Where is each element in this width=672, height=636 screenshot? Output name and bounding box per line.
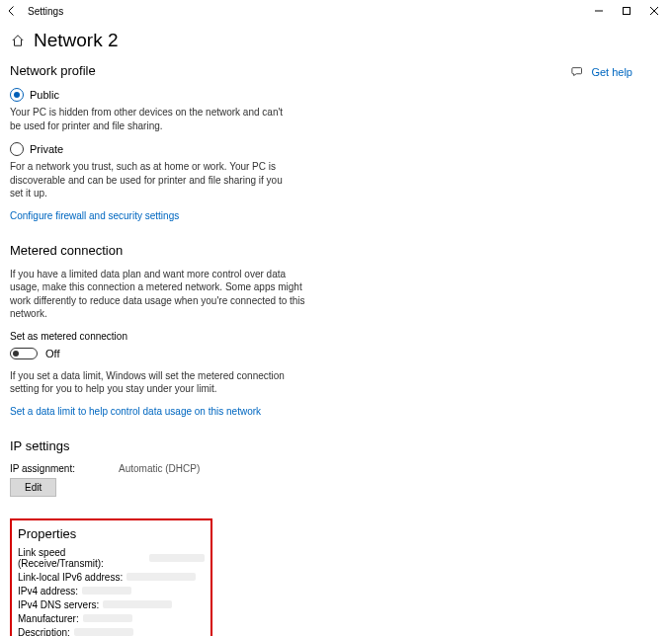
properties-heading: Properties (18, 526, 205, 541)
svg-rect-1 (624, 8, 630, 15)
metered-toggle[interactable] (10, 348, 38, 359)
help-label: Get help (591, 66, 632, 78)
maximize-button[interactable] (613, 1, 640, 21)
metered-description: If you have a limited data plan and want… (10, 268, 306, 321)
radio-label: Public (30, 89, 59, 101)
property-row: IPv4 address: (18, 586, 205, 596)
home-icon[interactable] (10, 33, 26, 48)
property-row: Link speed (Receive/Transmit): (18, 547, 205, 569)
property-row: Description: (18, 627, 205, 637)
section-heading: Metered connection (10, 243, 395, 258)
toggle-state: Off (45, 348, 59, 359)
radio-icon (10, 88, 24, 102)
property-row: Link-local IPv6 address: (18, 572, 205, 583)
radio-icon (10, 142, 24, 156)
radio-public[interactable]: Public (10, 88, 395, 102)
minimize-button[interactable] (585, 1, 613, 21)
ip-settings-section: IP settings IP assignment: Automatic (DH… (10, 438, 395, 497)
section-heading: Network profile (10, 63, 395, 78)
limit-description: If you set a data limit, Windows will se… (10, 369, 292, 396)
redacted-value (149, 554, 205, 562)
page-header: Network 2 (0, 22, 672, 63)
radio-private[interactable]: Private (10, 142, 395, 156)
network-profile-section: Network profile Public Your PC is hidden… (10, 63, 395, 221)
main-column: Network profile Public Your PC is hidden… (10, 63, 395, 636)
redacted-value (103, 600, 172, 608)
section-heading: IP settings (10, 438, 395, 453)
ip-assignment-row: IP assignment: Automatic (DHCP) (10, 463, 395, 474)
radio-label: Private (30, 143, 63, 155)
back-button[interactable] (4, 3, 20, 19)
titlebar: Settings (0, 0, 672, 22)
edit-button[interactable]: Edit (10, 478, 56, 497)
help-icon (571, 65, 585, 79)
ip-assignment-label: IP assignment: (10, 463, 119, 474)
window-controls (585, 1, 668, 21)
data-limit-link[interactable]: Set a data limit to help control data us… (10, 406, 395, 417)
redacted-value (83, 614, 132, 622)
get-help-link[interactable]: Get help (571, 63, 632, 81)
public-description: Your PC is hidden from other devices on … (10, 106, 292, 132)
redacted-value (74, 628, 133, 636)
window-title: Settings (28, 6, 63, 17)
toggle-caption: Set as metered connection (10, 331, 395, 342)
property-row: Manufacturer: (18, 613, 205, 624)
redacted-value (82, 587, 131, 595)
firewall-link[interactable]: Configure firewall and security settings (10, 210, 395, 221)
properties-highlight: Properties Link speed (Receive/Transmit)… (10, 518, 212, 637)
redacted-value (126, 573, 196, 581)
property-row: IPv4 DNS servers: (18, 599, 205, 610)
page-title: Network 2 (34, 30, 119, 51)
ip-assignment-value: Automatic (DHCP) (119, 463, 200, 474)
content-area: Network profile Public Your PC is hidden… (0, 63, 672, 636)
metered-toggle-row: Off (10, 348, 395, 359)
side-column: Get help (395, 63, 662, 636)
close-button[interactable] (640, 1, 668, 21)
metered-section: Metered connection If you have a limited… (10, 243, 395, 417)
private-description: For a network you trust, such as at home… (10, 160, 292, 200)
